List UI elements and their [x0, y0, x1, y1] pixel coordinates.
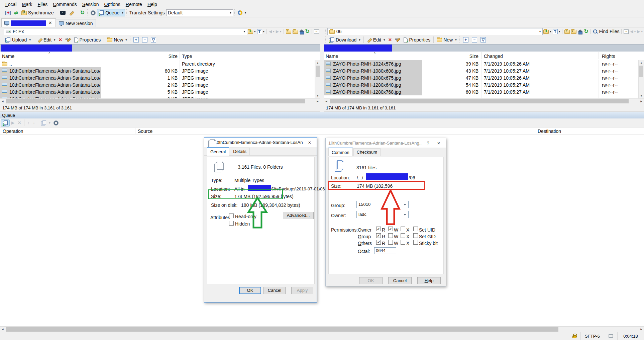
close-tab-icon[interactable]: ✕ [48, 20, 53, 25]
remote-vertical-scrollbar[interactable] [638, 60, 644, 98]
col-size[interactable]: Size [424, 54, 478, 59]
local-path-combo[interactable]: E: Ex ▾ [4, 28, 247, 35]
file-row[interactable]: ZAYO-Photo-RMH-1080x675.jpg 47 KB 7/1/20… [324, 74, 638, 81]
scroll-down-icon[interactable] [639, 93, 644, 98]
back-button[interactable]: ▾ [629, 29, 636, 34]
menu-commands[interactable]: Commands [50, 1, 80, 8]
readonly-checkbox[interactable] [229, 214, 234, 218]
scroll-left-icon[interactable] [324, 100, 329, 103]
cancel-button[interactable]: Cancel [263, 287, 286, 294]
follow-link-button[interactable] [313, 29, 320, 34]
menu-remote[interactable]: Remote [123, 1, 145, 8]
remote-horizontal-scrollbar[interactable] [324, 98, 644, 104]
selection-filter-button[interactable]: ▽ [479, 36, 488, 43]
col-size[interactable]: Size [94, 54, 178, 59]
filter-button[interactable]: ▾ [256, 29, 265, 34]
col-type[interactable]: Type [182, 54, 192, 59]
properties-button[interactable]: ✓ Properties [402, 36, 432, 43]
octal-input[interactable]: 0644 [374, 247, 396, 254]
unselect-button[interactable]: − [140, 36, 149, 43]
find-files-button[interactable]: Find Files [592, 28, 620, 34]
dialog-title-bar[interactable]: 10thCumbreFlamenca-Adrian-Santana-LosAng… [326, 138, 446, 148]
download-button[interactable]: ⇣ Download▾ [327, 36, 362, 43]
menu-mark[interactable]: Mark [19, 1, 35, 8]
tab-checksum[interactable]: Checksum [353, 148, 381, 156]
scroll-down-icon[interactable] [315, 93, 320, 98]
security-cell[interactable] [568, 332, 580, 340]
remote-breadcrumb[interactable] [324, 44, 644, 52]
preferences-button[interactable] [89, 10, 97, 16]
home-directory-button[interactable] [577, 29, 583, 34]
toggle-panels-button[interactable] [4, 10, 12, 16]
sync-browsing-button[interactable]: ⇄ [12, 9, 20, 16]
scroll-right-icon[interactable] [639, 328, 644, 331]
owner-x-checkbox[interactable] [401, 227, 405, 231]
others-x-checkbox[interactable] [401, 240, 405, 245]
ok-button[interactable]: OK [239, 287, 261, 294]
root-directory-button[interactable]: / [292, 29, 299, 34]
edit-button[interactable]: Edit▾ [35, 36, 57, 43]
queue-toggle-button[interactable]: ⇣ Queue ▾ [97, 9, 125, 16]
local-vertical-scrollbar[interactable] [315, 60, 320, 98]
root-directory-button[interactable]: / [570, 29, 577, 34]
close-icon[interactable]: × [305, 140, 314, 145]
home-directory-button[interactable] [299, 29, 305, 34]
col-destination[interactable]: Destination [538, 129, 561, 134]
remote-path-combo[interactable]: 06 ▾ [327, 28, 543, 35]
group-r-checkbox[interactable]: ✓ [376, 233, 381, 238]
synchronize-button[interactable]: ⇄ Synchronize [20, 9, 56, 16]
scroll-up-icon[interactable] [315, 60, 320, 65]
queue-all-button[interactable]: ▾ [39, 119, 52, 126]
chevron-down-icon[interactable]: ▾ [122, 11, 123, 14]
scroll-left-icon[interactable] [0, 328, 5, 331]
refresh-session-button[interactable]: ↻ [79, 9, 86, 16]
scroll-right-icon[interactable] [639, 100, 644, 103]
forward-button[interactable]: ▾ [636, 29, 643, 34]
new-button[interactable]: ✶ New▾ [435, 36, 458, 43]
scroll-left-icon[interactable] [0, 100, 5, 103]
file-row[interactable]: ZAYO-Photo-RMH-1280x768.jpg 60 KB 7/1/20… [324, 88, 638, 95]
delete-button[interactable]: × [57, 37, 64, 43]
queue-preferences-button[interactable] [52, 120, 60, 126]
ok-button[interactable]: OK [359, 277, 383, 284]
file-row[interactable]: 10thCumbreFlamenca-Adrian-Santana-LosAng… [0, 88, 314, 95]
file-row[interactable]: ZAYO-Photo-RMH-1280x640.jpg 54 KB 7/1/20… [324, 81, 638, 88]
col-name[interactable]: Name [2, 54, 14, 59]
upload-button[interactable]: ⇡ Upload▾ [4, 36, 32, 43]
edit-defaults-button[interactable] [67, 9, 76, 16]
others-w-checkbox[interactable] [388, 240, 393, 245]
dialog-title-bar[interactable]: 10thCumbreFlamenca-Adrian-Santana-LosAng… [204, 138, 317, 147]
chevron-down-icon[interactable]: ▾ [243, 30, 245, 33]
session-tab-active[interactable]: ✕ [1, 18, 56, 27]
refresh-panel-button[interactable]: ↻ [305, 29, 310, 34]
rename-button[interactable]: ab [64, 37, 73, 43]
back-button[interactable]: ▾ [268, 29, 275, 34]
file-row[interactable]: 10thCumbreFlamenca-Adrian-Santana-LosAng… [0, 95, 314, 98]
scroll-right-icon[interactable] [315, 100, 320, 103]
hidden-checkbox[interactable] [229, 221, 234, 226]
queue-move-up-button[interactable]: ↑ [26, 119, 31, 126]
menu-help[interactable]: Help [145, 1, 160, 8]
protocol-cell[interactable]: SFTP-6 [580, 332, 604, 340]
help-button[interactable]: Help [417, 277, 441, 284]
file-row[interactable]: ZAYO-Photo-RMH-1024x576.jpg 39 KB 7/1/20… [324, 60, 638, 67]
group-w-checkbox[interactable] [388, 233, 393, 238]
rename-button[interactable]: ab [393, 37, 402, 43]
col-source[interactable]: Source [138, 129, 152, 134]
transfer-preset-button[interactable]: ▾ [236, 9, 248, 16]
filter-button[interactable]: ▾ [552, 29, 561, 34]
setgid-checkbox[interactable] [413, 233, 418, 238]
tab-general[interactable]: General [207, 147, 229, 156]
parent-directory-button[interactable]: ↑ [285, 29, 292, 34]
new-session-tab[interactable]: New Session [56, 19, 96, 27]
bottom-horizontal-scrollbar[interactable] [0, 326, 644, 332]
queue-delete-button[interactable]: ✕ [16, 119, 23, 126]
properties-button[interactable]: ✓ Properties [73, 36, 103, 43]
file-row[interactable]: ZAYO-Photo-RMH-1080x608.jpg 43 KB 7/1/20… [324, 67, 638, 74]
col-changed[interactable]: Changed [484, 54, 503, 59]
open-directory-button[interactable]: ➜▾ [247, 29, 256, 34]
local-horizontal-scrollbar[interactable] [0, 98, 320, 104]
parent-directory-button[interactable]: ↑ [564, 29, 570, 34]
forward-button[interactable]: ▾ [275, 29, 282, 34]
file-row[interactable]: 10thCumbreFlamenca-Adrian-Santana-LosAng… [0, 81, 314, 88]
